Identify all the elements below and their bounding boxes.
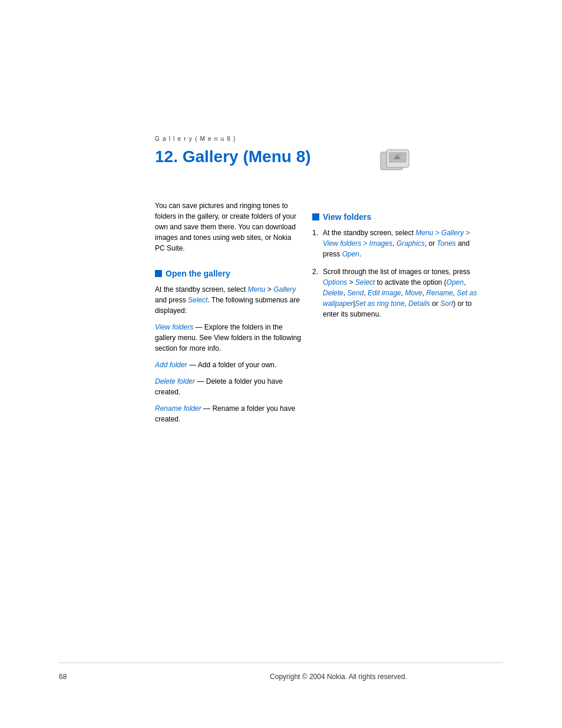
move-link: Move	[405, 289, 422, 297]
tones-link: Tones	[437, 239, 456, 248]
sort-link: Sort	[440, 299, 453, 308]
open-gallery-body: At the standby screen, select Menu > Gal…	[155, 284, 302, 424]
open-gallery-section: Open the gallery At the standby screen, …	[155, 269, 302, 430]
page-title: 12. Gallery (Menu 8)	[155, 147, 311, 166]
select-link-2: Select	[355, 278, 375, 286]
edit-image-link: Edit image	[368, 289, 401, 297]
view-folders-section: View folders At the standby screen, sele…	[312, 212, 477, 327]
set-ringtone-link: Set as ring tone	[355, 299, 405, 308]
rename-link: Rename	[426, 289, 452, 297]
copyright: Copyright © 2004 Nokia. All rights reser…	[270, 673, 407, 681]
section-square-icon-right	[312, 213, 319, 220]
add-folder-link: Add folder	[155, 361, 187, 369]
select-link: Select	[188, 296, 207, 304]
graphics-link: Graphics	[396, 239, 425, 248]
svg-point-4	[398, 154, 401, 157]
view-folders-item: View folders — Explore the folders in th…	[155, 322, 302, 354]
open-option-link: Open	[447, 278, 464, 286]
view-folders-body: At the standby screen, select Menu > Gal…	[312, 228, 477, 319]
details-link: Details	[408, 299, 430, 308]
step-1: At the standby screen, select Menu > Gal…	[312, 228, 477, 259]
step-2: Scroll through the list of images or ton…	[312, 266, 477, 319]
gallery-icon	[377, 146, 415, 174]
page: G a l l e r y ( M e n u 8 ) 12. Gallery …	[0, 0, 562, 728]
menu-link: Menu	[247, 285, 265, 294]
open-link: Open	[342, 250, 359, 258]
gallery-link: Gallery	[273, 285, 296, 294]
rename-folder-item: Rename folder — Rename a folder you have…	[155, 403, 302, 424]
view-folders-link: View folders	[155, 323, 193, 331]
delete-folder-link: Delete folder	[155, 377, 195, 386]
page-number: 68	[59, 673, 67, 681]
intro-text: You can save pictures and ringing tones …	[155, 200, 296, 253]
breadcrumb: G a l l e r y ( M e n u 8 )	[155, 136, 236, 142]
view-folders-heading: View folders	[312, 212, 477, 222]
section-square-icon	[155, 270, 162, 277]
footer: 68 Copyright © 2004 Nokia. All rights re…	[0, 673, 562, 681]
delete-folder-item: Delete folder — Delete a folder you have…	[155, 376, 302, 397]
rename-folder-link: Rename folder	[155, 404, 201, 413]
options-link: Options	[323, 278, 347, 286]
images-link: Images	[369, 239, 392, 248]
delete-link: Delete	[323, 289, 343, 297]
gallery-icon-area	[377, 146, 415, 177]
open-gallery-heading: Open the gallery	[155, 269, 302, 278]
send-link: Send	[347, 289, 363, 297]
footer-divider	[59, 663, 503, 663]
open-gallery-intro: At the standby screen, select Menu > Gal…	[155, 284, 302, 316]
view-folders-steps: At the standby screen, select Menu > Gal…	[312, 228, 477, 319]
add-folder-item: Add folder — Add a folder of your own.	[155, 360, 302, 370]
